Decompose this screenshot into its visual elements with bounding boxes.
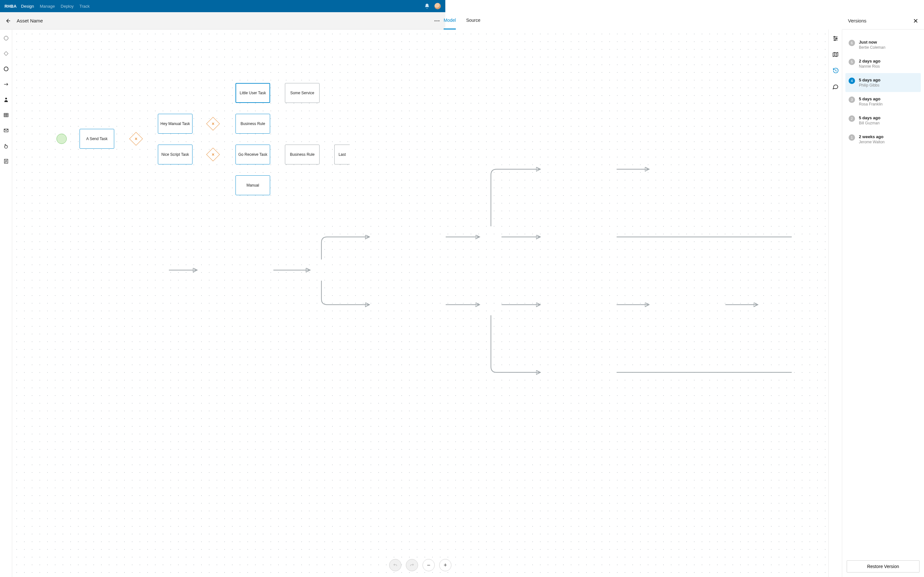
task-node-send[interactable]: A Send Task — [79, 129, 114, 149]
task-node-business-rule-2[interactable]: Business Rule — [285, 145, 320, 164]
svg-point-1 — [436, 20, 437, 21]
message-tool-icon[interactable] — [3, 127, 9, 133]
table-tool-icon[interactable] — [3, 112, 9, 118]
end-event-tool-icon[interactable] — [3, 66, 9, 72]
asset-name: Asset Name — [17, 18, 43, 23]
diagram-canvas[interactable]: A Send Task × Hey Manual Task Nice Scrip… — [12, 29, 445, 278]
task-node-manual-2[interactable]: Manual — [236, 175, 270, 195]
start-event-node[interactable] — [57, 134, 67, 144]
view-tabs: Model Source — [439, 12, 445, 29]
back-arrow-icon[interactable] — [5, 18, 11, 24]
task-node-user[interactable]: Little User Task — [236, 83, 270, 103]
left-palette — [0, 29, 12, 278]
sub-header: Asset Name Model Source — [0, 12, 445, 29]
user-avatar[interactable] — [435, 3, 441, 9]
nav-track[interactable]: Track — [79, 4, 89, 9]
svg-rect-4 — [4, 52, 8, 56]
brand-logo: RHBA — [5, 4, 17, 9]
svg-point-0 — [435, 20, 435, 21]
task-node-manual[interactable]: Hey Manual Task — [158, 114, 192, 134]
gateway-tool-icon[interactable] — [3, 51, 9, 56]
nav-manage[interactable]: Manage — [40, 4, 55, 9]
connector-tool-icon[interactable] — [3, 81, 9, 87]
top-nav: RHBA Design Manage Deploy Track — [0, 0, 445, 12]
gateway-node-1[interactable]: × — [129, 132, 143, 145]
start-event-tool-icon[interactable] — [3, 35, 9, 41]
notifications-icon[interactable] — [424, 3, 430, 9]
form-tool-icon[interactable] — [3, 158, 9, 164]
tab-model[interactable]: Model — [444, 12, 445, 29]
svg-point-5 — [4, 67, 8, 71]
task-node-service[interactable]: Some Service — [285, 83, 320, 103]
svg-point-6 — [5, 98, 7, 99]
nav-deploy[interactable]: Deploy — [61, 4, 73, 9]
task-node-business-rule-1[interactable]: Business Rule — [236, 114, 270, 134]
manual-task-tool-icon[interactable] — [3, 143, 9, 149]
task-node-last[interactable]: Last — [334, 145, 350, 164]
gateway-node-3[interactable]: × — [206, 148, 220, 161]
task-node-receive[interactable]: Go Receive Task — [236, 145, 270, 164]
user-task-tool-icon[interactable] — [3, 97, 9, 103]
svg-point-3 — [4, 36, 8, 40]
gateway-node-2[interactable]: × — [206, 117, 220, 131]
nav-design[interactable]: Design — [21, 4, 34, 9]
task-node-script[interactable]: Nice Script Task — [158, 145, 192, 164]
